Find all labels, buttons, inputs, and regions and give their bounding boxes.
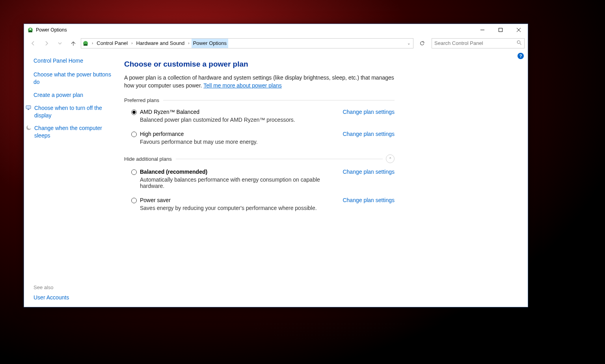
chevron-right-icon[interactable]: ›	[186, 41, 191, 45]
plan-desc: Favours performance but may use more ene…	[140, 139, 333, 145]
svg-point-9	[517, 41, 520, 43]
plan-desc: Saves energy by reducing your computer's…	[140, 205, 333, 211]
display-icon	[26, 104, 32, 113]
sidebar-link-create-plan[interactable]: Create a power plan	[34, 91, 115, 99]
page-heading: Choose or customise a power plan	[124, 60, 395, 69]
maximize-button[interactable]	[491, 24, 510, 36]
recent-dropdown[interactable]	[54, 38, 66, 49]
window: Power Options › Control Panel › Hardware…	[24, 24, 528, 307]
close-button[interactable]	[510, 24, 528, 36]
svg-rect-8	[84, 44, 87, 46]
plan-title: Balanced (recommended)	[140, 169, 333, 175]
radio-power-saver[interactable]	[131, 198, 137, 203]
plan-desc: Balanced power plan customized for AMD R…	[140, 117, 333, 123]
address-bar[interactable]: › Control Panel › Hardware and Sound › P…	[81, 38, 413, 48]
refresh-button[interactable]	[417, 38, 428, 48]
svg-rect-12	[28, 109, 29, 110]
plan-title: High performance	[140, 131, 333, 137]
window-title: Power Options	[36, 27, 473, 33]
svg-point-2	[30, 28, 31, 30]
navbar: › Control Panel › Hardware and Sound › P…	[24, 36, 528, 50]
chevron-up-icon: ⌃	[386, 154, 395, 163]
see-also-label: See also	[34, 284, 115, 290]
chevron-right-icon[interactable]: ›	[90, 41, 95, 45]
plan-title: Power saver	[140, 197, 333, 203]
minimize-button[interactable]	[473, 24, 491, 36]
sidebar-home-link[interactable]: Control Panel Home	[34, 58, 115, 64]
body: ? Control Panel Home Choose what the pow…	[24, 50, 528, 307]
titlebar: Power Options	[24, 24, 528, 36]
plan-power-saver: Power saver Saves energy by reducing you…	[124, 195, 395, 217]
sidebar-link-display-off[interactable]: Choose when to turn off the display	[34, 104, 115, 119]
radio-balanced[interactable]	[131, 169, 137, 175]
help-icon[interactable]: ?	[518, 53, 524, 59]
sidebar: Control Panel Home Choose what the power…	[24, 50, 119, 307]
power-options-icon	[27, 27, 34, 33]
search-box[interactable]	[432, 38, 525, 48]
moon-icon	[26, 124, 32, 133]
search-input[interactable]	[434, 40, 517, 46]
sidebar-link-sleep[interactable]: Change when the computer sleeps	[34, 124, 115, 139]
svg-point-14	[28, 125, 32, 129]
plan-desc: Automatically balances performance with …	[140, 176, 333, 189]
sidebar-link-power-buttons[interactable]: Choose what the power buttons do	[34, 71, 115, 86]
address-dropdown[interactable]: ⌄	[404, 41, 413, 45]
plan-title: AMD Ryzen™ Balanced	[140, 109, 333, 115]
sidebar-user-accounts-link[interactable]: User Accounts	[34, 294, 115, 301]
search-icon	[517, 40, 522, 46]
intro-text: A power plan is a collection of hardware…	[124, 74, 395, 89]
tell-me-more-link[interactable]: Tell me more about power plans	[203, 82, 281, 89]
address-icon	[81, 40, 90, 46]
chevron-right-icon[interactable]: ›	[129, 41, 134, 45]
main-content: Choose or customise a power plan A power…	[119, 50, 410, 307]
breadcrumb-power-options[interactable]: Power Options	[192, 39, 228, 48]
svg-rect-11	[26, 106, 31, 109]
svg-rect-1	[28, 31, 32, 32]
forward-button[interactable]	[41, 38, 52, 49]
svg-line-10	[520, 43, 521, 45]
breadcrumb-control-panel[interactable]: Control Panel	[95, 39, 129, 48]
radio-amd-balanced[interactable]	[131, 110, 137, 115]
change-plan-settings-link[interactable]: Change plan settings	[343, 131, 395, 145]
change-plan-settings-link[interactable]: Change plan settings	[343, 169, 395, 189]
svg-rect-4	[499, 28, 503, 32]
additional-plans-toggle[interactable]: Hide additional plans ⌃	[124, 154, 395, 163]
back-button[interactable]	[27, 38, 39, 49]
preferred-plans-label: Preferred plans	[124, 97, 395, 103]
breadcrumb-hardware-sound[interactable]: Hardware and Sound	[134, 39, 186, 48]
plan-balanced: Balanced (recommended) Automatically bal…	[124, 167, 395, 195]
plan-amd-balanced: AMD Ryzen™ Balanced Balanced power plan …	[124, 107, 395, 129]
change-plan-settings-link[interactable]: Change plan settings	[343, 109, 395, 123]
up-button[interactable]	[67, 38, 79, 49]
change-plan-settings-link[interactable]: Change plan settings	[343, 197, 395, 211]
plan-high-performance: High performance Favours performance but…	[124, 129, 395, 151]
radio-high-performance[interactable]	[131, 132, 137, 137]
